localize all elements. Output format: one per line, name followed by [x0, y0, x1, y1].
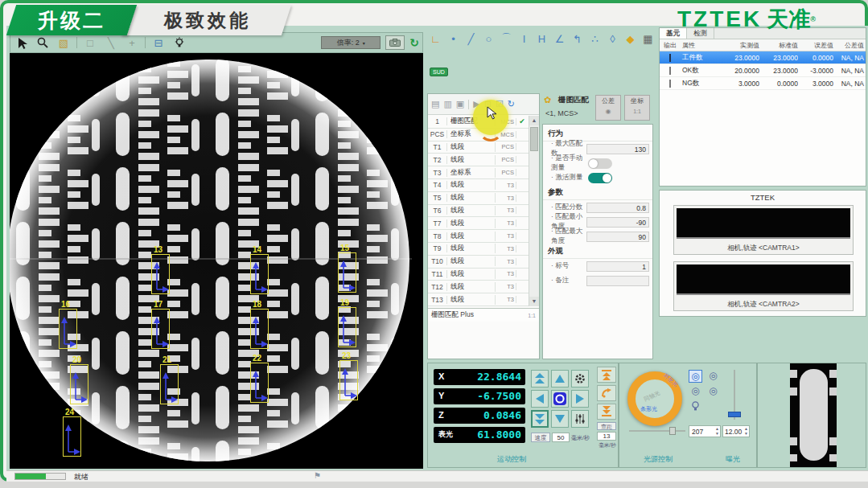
param-input[interactable]: 1	[586, 261, 649, 272]
camera-capture-button[interactable]	[385, 35, 405, 50]
z-focus-button[interactable]	[597, 385, 616, 401]
distance-icon[interactable]: I	[518, 33, 530, 45]
light-intensity-spinner[interactable]: 207▲▼	[689, 425, 721, 437]
range-button[interactable]: 查距	[597, 422, 616, 430]
element-row-T2[interactable]: T2线段PCS	[428, 154, 529, 166]
z-bottom-button[interactable]	[597, 404, 616, 420]
coordinate-button[interactable]: 坐标1:1	[624, 95, 650, 121]
light-channel-3-icon[interactable]: ◎	[689, 385, 702, 398]
point-icon[interactable]: •	[447, 33, 459, 45]
scroll-down-icon[interactable]: ▼	[529, 297, 539, 306]
scroll-thumb[interactable]	[530, 127, 538, 151]
image-tool-icon[interactable]: ▧	[56, 35, 72, 50]
light-intensity-slider[interactable]	[629, 430, 685, 432]
output-checkbox[interactable]	[669, 54, 671, 62]
element-row-T6[interactable]: T6线段T3	[428, 205, 529, 218]
scroll-up-icon[interactable]: ▲	[529, 116, 539, 125]
jog-up-fast-button[interactable]	[531, 370, 549, 388]
param-input[interactable]: -90	[586, 217, 649, 228]
element-row-T3[interactable]: T3坐标系PCS	[428, 166, 529, 179]
angle-icon[interactable]: ∠	[553, 33, 566, 45]
slider-handle[interactable]	[669, 427, 676, 435]
jog-left-button[interactable]	[531, 390, 549, 408]
import-icon[interactable]: ▤	[431, 99, 439, 109]
param-input[interactable]: 0.8	[586, 203, 649, 213]
element-row-T9[interactable]: T9线段T3	[428, 243, 529, 256]
stage-icon[interactable]: ⊟	[150, 35, 167, 50]
mouse-pointer-icon	[486, 106, 499, 124]
camera-viewport[interactable]: 131415161718192021222324	[10, 53, 423, 469]
param-toggle[interactable]	[588, 158, 612, 169]
element-check[interactable]: ✔	[516, 117, 528, 125]
element-row-T12[interactable]: T12线段T3	[428, 281, 529, 293]
camera-thumbnail-2[interactable]: 相机,轨迹 <CAMTRA2>	[673, 261, 854, 311]
element-row-T7[interactable]: T7线段T3	[428, 217, 529, 230]
select-rect-icon[interactable]: □	[82, 35, 98, 50]
element-row-T8[interactable]: T8线段T3	[428, 230, 529, 243]
lamp-icon[interactable]	[689, 400, 702, 413]
table-cell: OK数	[681, 66, 719, 76]
element-ref: PCS	[496, 169, 516, 176]
camera-thumbnail-1[interactable]: 相机,轨迹 <CAMTRA1>	[673, 205, 854, 255]
light-channel-4-icon[interactable]: ◎	[706, 385, 720, 398]
exposure-spinner[interactable]: 12.00▲▼	[722, 425, 750, 437]
element-row-T11[interactable]: T11线段T3	[428, 269, 529, 281]
speed-input[interactable]: 50	[552, 433, 570, 442]
param-input[interactable]: 90	[586, 232, 649, 242]
element-id: T11	[428, 270, 447, 278]
table-row-OK数[interactable]: OK数20.000023.0000-3.0000NA, NA	[660, 64, 866, 77]
circle-icon[interactable]: ○	[483, 33, 495, 45]
element-row-T5[interactable]: T5线段T3	[428, 192, 529, 205]
lightbulb-icon[interactable]	[171, 35, 187, 50]
grid-icon[interactable]: ▦	[642, 33, 654, 45]
jog-levels-button[interactable]	[571, 410, 589, 428]
element-row-T1[interactable]: T1线段PCS	[428, 141, 529, 154]
refresh-view-icon[interactable]: ↻	[409, 36, 419, 49]
element-row-T10[interactable]: T10线段T3	[428, 256, 529, 269]
cursor-icon[interactable]	[14, 35, 30, 50]
z-top-button[interactable]	[597, 367, 616, 383]
jog-stop-button[interactable]	[551, 390, 569, 408]
speed-button[interactable]: 速度	[531, 433, 550, 442]
param-section-title: 外观	[543, 244, 652, 259]
table-row-NG数[interactable]: NG数3.00000.00003.0000NA, NA	[660, 77, 866, 90]
magnifier-icon[interactable]	[35, 35, 51, 50]
marker-number: 17	[154, 300, 162, 309]
jog-down-fast-button[interactable]	[531, 410, 549, 428]
param-input[interactable]: 130	[586, 144, 649, 154]
element-row-T13[interactable]: T13线段T3	[428, 293, 529, 306]
element-row-T4[interactable]: T4线段T3	[428, 179, 529, 192]
export-icon[interactable]: ▥	[443, 99, 451, 109]
output-checkbox[interactable]	[669, 67, 671, 75]
line-icon[interactable]: ╱	[465, 33, 477, 45]
width-icon[interactable]: H	[536, 33, 548, 45]
param-toggle[interactable]	[588, 173, 612, 183]
polyline-icon[interactable]: ╲	[103, 35, 119, 50]
magnification-select[interactable]: 倍率: 2▾	[321, 36, 381, 49]
exposure-slider[interactable]	[734, 370, 735, 420]
scatter-icon[interactable]: ∴	[589, 33, 601, 45]
crosshair-icon[interactable]: +	[124, 35, 140, 50]
light-channel-1-icon[interactable]: ◎	[689, 370, 702, 383]
palette-icon[interactable]: ◆	[624, 33, 636, 45]
tolerance-button[interactable]: 公差◉	[595, 95, 621, 121]
table-row-工件数[interactable]: 工件数23.000023.00000.0000NA, NA	[660, 51, 866, 64]
jog-down-button[interactable]	[551, 410, 569, 428]
jog-up-button[interactable]	[551, 370, 569, 388]
element-list-scrollbar[interactable]: ▲ ▼	[529, 116, 539, 306]
arc-icon[interactable]: ⌒	[500, 31, 512, 46]
corner-icon[interactable]: ↰	[571, 33, 583, 45]
jog-settings-button[interactable]	[571, 370, 589, 388]
coordinate-axes-icon[interactable]: ∟	[430, 33, 442, 45]
param-label: · 备注	[551, 276, 586, 285]
light-channel-2-icon[interactable]: ◎	[706, 370, 720, 383]
param-input[interactable]	[586, 276, 649, 286]
save-icon[interactable]: ▣	[456, 99, 464, 109]
eraser-icon[interactable]: ◊	[607, 33, 619, 45]
output-checkbox[interactable]	[669, 80, 671, 88]
light-ring-dial[interactable]: 环形光 同轴光 条形光	[627, 371, 682, 426]
refresh-list-icon[interactable]: ↻	[508, 99, 515, 109]
jog-right-button[interactable]	[571, 390, 589, 408]
exposure-slider-handle[interactable]	[728, 412, 741, 417]
range-input[interactable]: 13	[597, 432, 616, 441]
